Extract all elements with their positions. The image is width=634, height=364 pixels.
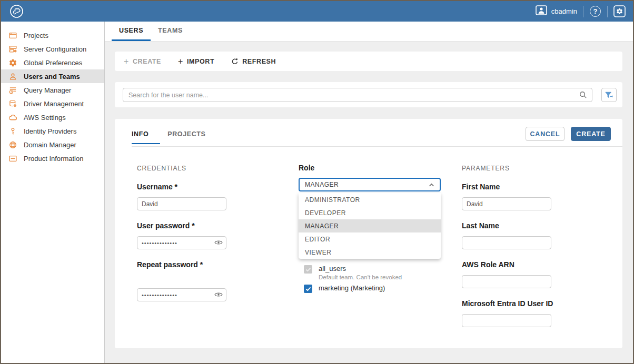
driver-management-icon [8,99,17,108]
repeat-password-input[interactable] [137,288,226,301]
help-button[interactable]: ? [589,5,601,17]
role-option-developer[interactable]: DEVELOPER [299,206,441,219]
create-toolbar-label: CREATE [133,58,161,65]
search-panel [115,82,622,107]
refresh-icon [231,58,239,65]
username-label: Username * [137,183,177,191]
filter-button[interactable] [601,88,617,102]
sidebar-item-users-and-teams[interactable]: Users and Teams [1,69,104,83]
sidebar-item-domain-manager[interactable]: Domain Manager [1,138,104,151]
sidebar-item-aws-settings[interactable]: AWS Settings [1,110,104,124]
domain-manager-icon [8,140,17,149]
user-avatar-icon [536,5,547,17]
repeat-password-label: Repeat password * [137,260,203,269]
user-form-panel: INFO PROJECTS CANCEL CREATE CREDENTIALS … [115,119,622,348]
sidebar-item-query-manager[interactable]: Query Manager [1,83,104,97]
user-password-wrap [137,236,226,249]
user-password-label: User password * [137,221,195,230]
last-name-label: Last Name [462,221,499,230]
import-button[interactable]: + IMPORT [178,57,214,66]
first-name-input[interactable] [462,197,551,210]
sidebar-item-server-configuration[interactable]: Server Configuration [1,42,104,56]
sidebar-item-label: Driver Management [24,100,84,108]
create-button[interactable]: CREATE [571,127,611,141]
sidebar-item-label: Server Configuration [24,45,86,53]
all-users-checkbox[interactable] [304,265,312,274]
team-row-all-users[interactable]: all_users Default team. Can't be revoked [304,265,402,280]
users-and-teams-icon [8,72,17,81]
role-option-manager[interactable]: MANAGER [299,219,441,232]
show-password-icon[interactable] [214,291,223,298]
sidebar-item-label: Query Manager [24,86,71,94]
gear-icon [613,5,626,17]
sidebar-item-label: Product Information [24,155,83,163]
query-manager-icon [8,86,17,95]
role-option-editor[interactable]: EDITOR [299,232,441,246]
server-configuration-icon [8,45,17,54]
form-tab-divider [132,146,622,147]
cancel-button[interactable]: CANCEL [526,127,564,141]
role-option-administrator[interactable]: ADMINISTRATOR [299,193,441,206]
aws-settings-icon [8,113,17,122]
team-note: Default team. Can't be revoked [319,274,402,280]
current-user[interactable]: cbadmin [536,5,577,17]
global-preferences-icon [8,58,17,67]
help-icon: ? [590,6,601,17]
search-input[interactable] [123,92,579,99]
sidebar-nav: Projects Server Configuration Global Pre… [1,22,105,363]
sidebar-item-label: AWS Settings [24,114,66,122]
sidebar-item-global-preferences[interactable]: Global Preferences [1,56,104,69]
first-name-label: First Name [462,183,500,191]
role-selected-value: MANAGER [305,181,339,188]
header-divider [607,6,608,17]
users-teams-tabbar: USERS TEAMS [105,22,633,42]
refresh-label: REFRESH [242,58,276,65]
sidebar-item-driver-management[interactable]: Driver Management [1,97,104,110]
credentials-section-header: CREDENTIALS [137,165,186,172]
sidebar-item-identity-providers[interactable]: Identity Providers [1,124,104,138]
parameters-section-header: PARAMETERS [462,165,510,172]
search-field-wrap [123,88,592,102]
role-select[interactable]: MANAGER [299,178,441,191]
last-name-input[interactable] [462,236,551,249]
sidebar-item-product-information[interactable]: Product Information [1,151,104,165]
team-row-marketing[interactable]: marketing (Marketing) [304,284,385,293]
tab-info[interactable]: INFO [132,130,160,144]
top-header-bar: cbadmin ? [1,1,633,22]
import-label: IMPORT [187,58,214,65]
username-label: cbadmin [551,7,577,15]
tab-projects[interactable]: PROJECTS [160,130,213,144]
aws-role-arn-input[interactable] [462,275,551,288]
sidebar-item-label: Domain Manager [24,141,76,149]
marketing-checkbox[interactable] [304,285,312,293]
projects-icon [8,31,17,40]
filter-icon [605,92,613,99]
querona-logo-icon[interactable] [9,4,24,18]
form-tabbar: INFO PROJECTS [132,130,213,144]
check-icon [305,287,311,291]
header-divider [583,6,583,17]
settings-button[interactable] [613,5,626,17]
sidebar-item-label: Projects [24,32,48,39]
show-password-icon[interactable] [214,239,223,246]
search-icon[interactable] [579,91,587,99]
repeat-password-wrap [137,288,226,301]
role-label: Role [299,164,314,172]
tab-teams[interactable]: TEAMS [151,22,190,41]
tab-users[interactable]: USERS [112,22,151,41]
create-toolbar-button[interactable]: + CREATE [124,57,161,66]
role-option-viewer[interactable]: VIEWER [299,246,441,259]
team-name: marketing (Marketing) [319,284,385,292]
user-password-input[interactable] [137,236,226,249]
check-icon [305,267,311,272]
refresh-button[interactable]: REFRESH [231,58,276,65]
app-window: cbadmin ? Projects Server Configuration [0,0,634,364]
identity-providers-icon [8,127,17,136]
username-input[interactable] [137,197,226,210]
entra-id-input[interactable] [462,314,551,327]
plus-icon: + [178,57,183,66]
sidebar-item-projects[interactable]: Projects [1,28,104,42]
chevron-up-icon [429,183,434,187]
main-content: USERS TEAMS + CREATE + IMPORT REFRESH [105,22,633,363]
aws-role-arn-label: AWS Role ARN [462,260,514,269]
